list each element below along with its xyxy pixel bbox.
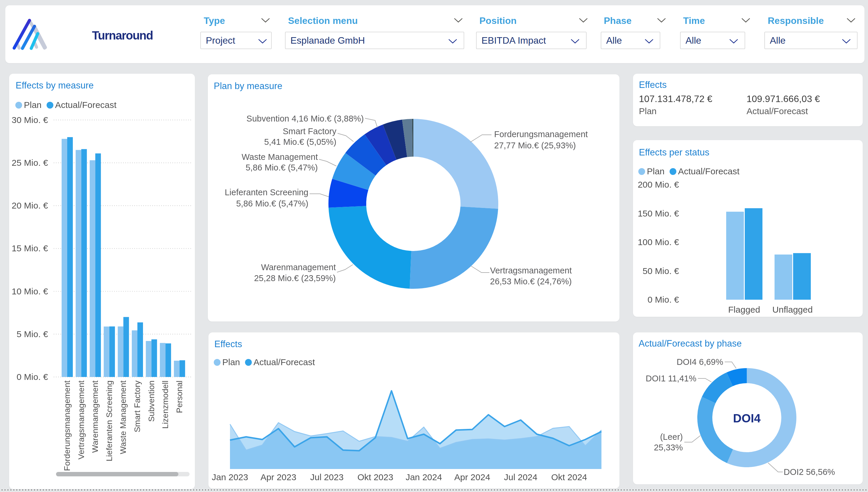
svg-text:Personal: Personal xyxy=(175,380,184,413)
svg-text:DOI4 6,69%: DOI4 6,69% xyxy=(676,357,723,367)
svg-text:100 Mio. €: 100 Mio. € xyxy=(638,237,679,247)
svg-text:Warenmanagement: Warenmanagement xyxy=(91,380,100,453)
svg-text:Unflagged: Unflagged xyxy=(772,305,813,315)
svg-text:Apr 2024: Apr 2024 xyxy=(454,472,490,482)
svg-text:DOI4: DOI4 xyxy=(733,412,761,425)
svg-text:Vertragsmanagement: Vertragsmanagement xyxy=(490,266,572,275)
svg-text:50 Mio. €: 50 Mio. € xyxy=(643,266,679,276)
svg-text:Forderungsmanagement: Forderungsmanagement xyxy=(62,380,72,471)
svg-text:Okt 2024: Okt 2024 xyxy=(551,472,587,482)
svg-text:Lieferanten Screening: Lieferanten Screening xyxy=(105,380,114,461)
svg-text:Warenmanagement: Warenmanagement xyxy=(261,263,336,272)
svg-text:25,33%: 25,33% xyxy=(654,443,683,452)
svg-text:5,86 Mio.€ (5,47%): 5,86 Mio.€ (5,47%) xyxy=(236,199,308,208)
svg-text:Vertragsmanagement: Vertragsmanagement xyxy=(77,380,86,460)
svg-text:15 Mio. €: 15 Mio. € xyxy=(12,243,48,253)
svg-text:Forderungsmanagement: Forderungsmanagement xyxy=(494,129,588,139)
svg-text:27,77 Mio.€ (25,93%): 27,77 Mio.€ (25,93%) xyxy=(494,141,576,150)
svg-text:Jul 2023: Jul 2023 xyxy=(310,472,343,482)
svg-text:Lizenzmodell: Lizenzmodell xyxy=(161,380,170,428)
svg-text:Lieferanten Screening: Lieferanten Screening xyxy=(225,188,308,197)
svg-text:26,53 Mio.€ (24,76%): 26,53 Mio.€ (24,76%) xyxy=(490,277,572,286)
svg-text:Subvention 4,16 Mio.€ (3,88%): Subvention 4,16 Mio.€ (3,88%) xyxy=(247,114,364,123)
svg-text:DOI2 56,56%: DOI2 56,56% xyxy=(784,467,835,477)
svg-text:Smart Factory: Smart Factory xyxy=(283,126,337,136)
svg-text:Subvention: Subvention xyxy=(147,380,156,422)
svg-text:(Leer): (Leer) xyxy=(660,432,683,442)
svg-text:Waste Management: Waste Management xyxy=(119,380,128,454)
svg-text:0 Mio. €: 0 Mio. € xyxy=(647,295,679,304)
svg-text:Jan 2024: Jan 2024 xyxy=(406,472,442,482)
svg-text:5,41 Mio.€ (5,05%): 5,41 Mio.€ (5,05%) xyxy=(264,137,336,147)
svg-text:Jan 2023: Jan 2023 xyxy=(212,472,248,482)
svg-text:5,86 Mio.€ (5,47%): 5,86 Mio.€ (5,47%) xyxy=(246,163,318,172)
svg-text:Waste Management: Waste Management xyxy=(242,152,318,162)
svg-text:20 Mio. €: 20 Mio. € xyxy=(12,201,48,210)
svg-text:200 Mio. €: 200 Mio. € xyxy=(638,180,679,189)
svg-text:DOI1 11,41%: DOI1 11,41% xyxy=(646,374,696,383)
svg-text:25,28 Mio.€ (23,59%): 25,28 Mio.€ (23,59%) xyxy=(254,273,336,283)
svg-text:150 Mio. €: 150 Mio. € xyxy=(638,208,679,218)
svg-text:Apr 2023: Apr 2023 xyxy=(260,472,296,482)
svg-text:Smart Factory: Smart Factory xyxy=(133,380,142,433)
svg-text:Flagged: Flagged xyxy=(728,305,760,315)
svg-text:Okt 2023: Okt 2023 xyxy=(357,472,393,482)
svg-text:25 Mio. €: 25 Mio. € xyxy=(12,158,48,168)
svg-text:30 Mio. €: 30 Mio. € xyxy=(12,115,48,125)
svg-text:10 Mio. €: 10 Mio. € xyxy=(12,287,48,296)
svg-text:5 Mio. €: 5 Mio. € xyxy=(17,329,48,339)
svg-text:0 Mio. €: 0 Mio. € xyxy=(17,372,48,382)
svg-text:Jul 2024: Jul 2024 xyxy=(504,472,537,482)
